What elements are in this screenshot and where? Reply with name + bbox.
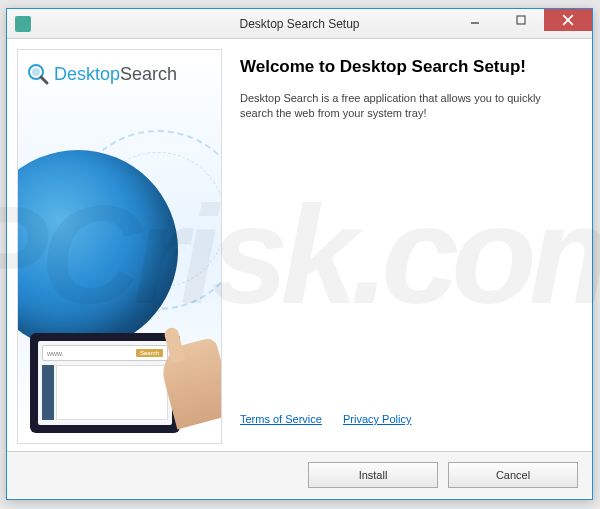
svg-line-7 — [41, 77, 47, 83]
magnifier-icon — [26, 62, 50, 86]
logo: DesktopSearch — [18, 50, 221, 98]
svg-rect-0 — [15, 16, 31, 32]
button-bar: Install Cancel — [7, 451, 592, 498]
window-controls — [452, 9, 592, 31]
cancel-button[interactable]: Cancel — [448, 462, 578, 488]
titlebar: Desktop Search Setup — [7, 9, 592, 39]
svg-rect-2 — [517, 16, 525, 24]
tablet-graphic: www. Search — [30, 333, 180, 433]
tablet-search-btn: Search — [136, 349, 163, 357]
installer-sidebar-image: DesktopSearch www. Search — [17, 49, 222, 444]
installer-window: Desktop Search Setup — [6, 8, 593, 500]
legal-links: Terms of Service Privacy Policy — [240, 413, 564, 425]
app-icon — [15, 16, 31, 32]
minimize-button[interactable] — [452, 9, 498, 31]
terms-link[interactable]: Terms of Service — [240, 413, 322, 425]
main-content: Welcome to Desktop Search Setup! Desktop… — [222, 49, 582, 441]
window-title: Desktop Search Setup — [239, 17, 359, 31]
close-button[interactable] — [544, 9, 592, 31]
tablet-url-text: www. — [47, 350, 64, 357]
description-text: Desktop Search is a free application tha… — [240, 91, 564, 122]
svg-point-6 — [32, 68, 40, 76]
logo-text: DesktopSearch — [54, 64, 177, 85]
install-button[interactable]: Install — [308, 462, 438, 488]
maximize-button[interactable] — [498, 9, 544, 31]
content-area: DesktopSearch www. Search — [7, 39, 592, 451]
privacy-link[interactable]: Privacy Policy — [343, 413, 411, 425]
welcome-heading: Welcome to Desktop Search Setup! — [240, 57, 564, 77]
